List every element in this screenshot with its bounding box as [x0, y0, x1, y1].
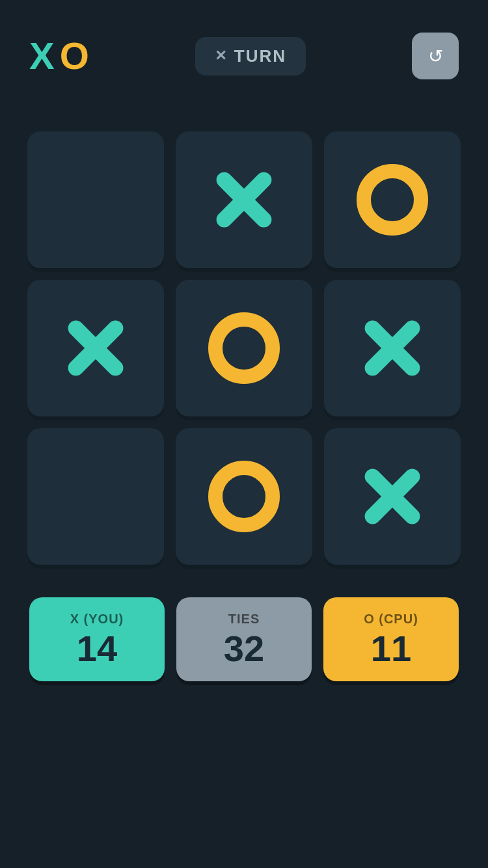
score-ties-card: TIES 32: [176, 597, 312, 681]
x-symbol: [60, 312, 131, 384]
x-symbol: [357, 312, 428, 384]
cell-0[interactable]: [27, 131, 164, 268]
reset-icon: ↺: [428, 46, 443, 67]
o-symbol: [208, 461, 280, 532]
turn-indicator: ✕ TURN: [195, 37, 306, 75]
score-o-card: O (CPU) 11: [323, 597, 459, 681]
score-ties-value: 32: [224, 631, 264, 667]
cell-5[interactable]: [324, 280, 461, 416]
cell-2[interactable]: [324, 131, 461, 268]
cell-3[interactable]: [27, 280, 164, 416]
turn-label: TURN: [234, 46, 286, 66]
cell-7[interactable]: [176, 428, 312, 565]
reset-button[interactable]: ↺: [412, 33, 459, 79]
scoreboard: X (YOU) 14 TIES 32 O (CPU) 11: [0, 597, 488, 681]
cell-1[interactable]: [176, 131, 312, 268]
score-o-value: 11: [371, 631, 411, 667]
x-symbol: [357, 461, 428, 532]
cell-6[interactable]: [27, 428, 164, 565]
o-symbol: [208, 312, 280, 384]
logo: X O: [29, 37, 89, 75]
o-symbol: [357, 164, 428, 236]
game-board: [0, 131, 488, 565]
score-ties-label: TIES: [228, 612, 260, 627]
score-x-label: X (YOU): [70, 612, 124, 627]
header: X O ✕ TURN ↺: [0, 0, 488, 92]
turn-x-icon: ✕: [215, 47, 226, 64]
cell-4[interactable]: [176, 280, 312, 416]
score-o-label: O (CPU): [364, 612, 418, 627]
score-x-card: X (YOU) 14: [29, 597, 165, 681]
x-symbol: [208, 164, 280, 236]
score-x-value: 14: [77, 631, 117, 667]
logo-o-symbol: O: [60, 37, 89, 75]
cell-8[interactable]: [324, 428, 461, 565]
logo-x-symbol: X: [29, 37, 55, 75]
